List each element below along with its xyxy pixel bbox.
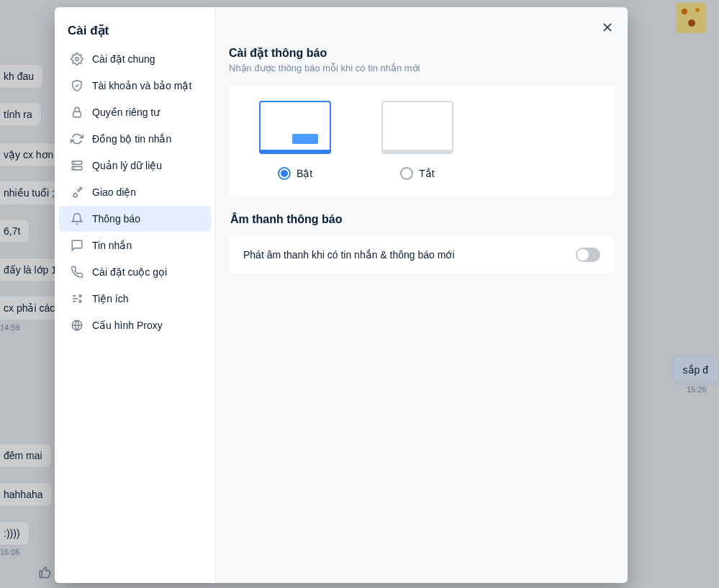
brush-icon <box>71 186 83 199</box>
gear-icon <box>71 53 83 65</box>
sidebar-item-label: Quyền riêng tư <box>92 107 160 118</box>
sidebar-item-plugin[interactable]: Tiện ích <box>59 286 211 312</box>
sidebar-item-brush[interactable]: Giao diện <box>59 179 211 205</box>
notification-settings-subtitle: Nhận được thông báo mỗi khi có tin nhắn … <box>229 63 615 73</box>
close-button[interactable] <box>597 17 618 37</box>
settings-content: Cài đặt thông báo Nhận được thông báo mỗ… <box>216 7 628 583</box>
plugin-icon <box>71 292 83 305</box>
svg-point-10 <box>79 300 81 302</box>
sound-section-title: Âm thanh thông báo <box>230 213 615 226</box>
svg-point-3 <box>76 58 79 61</box>
sidebar-item-lock[interactable]: Quyền riêng tư <box>59 99 211 125</box>
radio-off-dot <box>400 167 413 180</box>
sound-row-label: Phát âm thanh khi có tin nhắn & thông bá… <box>243 249 455 261</box>
sidebar-item-label: Cấu hình Proxy <box>92 320 163 331</box>
message-icon <box>71 239 83 252</box>
shield-icon <box>71 79 83 92</box>
sidebar-item-call[interactable]: Cài đặt cuộc gọi <box>59 259 211 285</box>
sidebar-item-storage[interactable]: Quản lý dữ liệu <box>59 153 211 178</box>
settings-modal: Cài đặt Cài đặt chungTài khoản và bảo mậ… <box>55 7 628 583</box>
call-icon <box>71 266 83 279</box>
sidebar-item-label: Thông báo <box>92 213 140 225</box>
notification-settings-title: Cài đặt thông báo <box>229 46 615 60</box>
sidebar-item-label: Đồng bộ tin nhắn <box>92 133 171 145</box>
sidebar-item-gear[interactable]: Cài đặt chung <box>59 46 211 72</box>
notification-off-option[interactable]: Tắt <box>381 101 453 180</box>
radio-on-label: Bật <box>297 168 312 179</box>
svg-point-7 <box>74 163 75 163</box>
screen-on-icon <box>259 101 331 154</box>
sidebar-item-shield[interactable]: Tài khoản và bảo mật <box>59 73 211 99</box>
sidebar-item-label: Tin nhắn <box>92 240 132 251</box>
sound-toggle[interactable] <box>576 248 600 262</box>
sidebar-item-sync[interactable]: Đồng bộ tin nhắn <box>59 126 211 152</box>
radio-on-dot <box>278 167 291 180</box>
storage-icon <box>71 159 83 172</box>
sidebar-item-bell[interactable]: Thông báo <box>59 206 211 232</box>
screen-off-icon <box>381 101 453 154</box>
svg-point-8 <box>74 168 75 168</box>
notification-toggle-card: Bật Tắt <box>229 85 615 196</box>
sidebar-item-label: Giao diện <box>92 186 136 198</box>
bell-icon <box>71 212 83 225</box>
lock-icon <box>71 106 83 119</box>
sound-row: Phát âm thanh khi có tin nhắn & thông bá… <box>229 236 615 273</box>
radio-off-label: Tắt <box>419 168 434 179</box>
sidebar-item-label: Cài đặt cuộc gọi <box>92 266 167 278</box>
sync-icon <box>71 132 83 145</box>
svg-point-9 <box>79 295 81 297</box>
svg-rect-4 <box>73 112 81 117</box>
sidebar-item-label: Tài khoản và bảo mật <box>92 80 191 91</box>
sidebar-item-label: Cài đặt chung <box>92 53 155 65</box>
modal-title: Cài đặt <box>55 23 215 45</box>
proxy-icon <box>71 319 83 332</box>
notification-on-option[interactable]: Bật <box>259 101 331 180</box>
settings-sidebar: Cài đặt Cài đặt chungTài khoản và bảo mậ… <box>55 7 216 583</box>
sidebar-item-proxy[interactable]: Cấu hình Proxy <box>59 312 211 338</box>
sidebar-item-message[interactable]: Tin nhắn <box>59 232 211 258</box>
sidebar-item-label: Tiện ích <box>92 293 129 304</box>
sidebar-item-label: Quản lý dữ liệu <box>92 160 162 171</box>
